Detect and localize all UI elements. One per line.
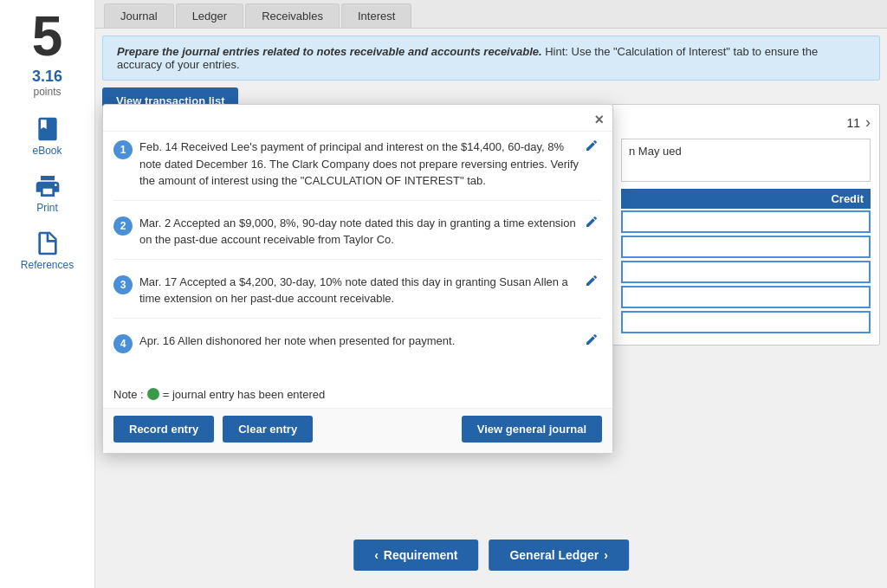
instruction-bold: Prepare the journal entries related to n… — [117, 45, 542, 58]
ebook-icon — [34, 115, 62, 143]
pencil-icon — [585, 333, 599, 346]
modal-body: 1 Feb. 14 Received Lee's payment of prin… — [103, 132, 612, 384]
edit-transaction-1-button[interactable] — [581, 139, 602, 156]
print-icon — [34, 172, 62, 200]
close-modal-button[interactable]: × — [594, 112, 604, 127]
references-nav[interactable]: References — [21, 229, 74, 271]
record-entry-button[interactable]: Record entry — [113, 416, 214, 443]
date-description-box: n May ued — [621, 139, 871, 182]
tab-receivables[interactable]: Receivables — [245, 3, 340, 28]
points-label: points — [32, 86, 62, 98]
journal-page-number: 11 — [846, 116, 860, 130]
step-number: 5 — [32, 9, 63, 64]
transaction-modal: × 1 Feb. 14 Received Lee's payment of pr… — [102, 104, 613, 454]
references-label: References — [21, 259, 74, 271]
print-label: Print — [36, 202, 58, 214]
tab-ledger[interactable]: Ledger — [176, 3, 243, 28]
general-ledger-button[interactable]: General Ledger › — [489, 540, 628, 571]
journal-input-row-4 — [621, 286, 871, 308]
green-dot-indicator — [147, 388, 159, 400]
journal-credit-input-4[interactable] — [621, 286, 871, 308]
journal-next-button[interactable]: › — [865, 113, 871, 132]
bottom-nav: ‹ Requirement General Ledger › — [353, 540, 629, 571]
list-item: 2 Mar. 2 Accepted an $9,000, 8%, 90-day … — [113, 215, 602, 260]
instruction-banner: Prepare the journal entries related to n… — [102, 36, 880, 81]
journal-credit-input-3[interactable] — [621, 261, 871, 283]
transaction-text-4: Apr. 16 Allen dishonored her note when p… — [139, 333, 581, 350]
transaction-text-2: Mar. 2 Accepted an $9,000, 8%, 90-day no… — [139, 215, 581, 249]
requirement-button[interactable]: ‹ Requirement — [353, 540, 478, 571]
journal-input-row-3 — [621, 261, 871, 283]
list-item: 1 Feb. 14 Received Lee's payment of prin… — [113, 139, 602, 201]
references-icon — [34, 229, 62, 257]
credit-column-header: Credit — [621, 189, 871, 209]
tab-journal[interactable]: Journal — [104, 3, 174, 28]
sidebar: 5 3.16 points eBook Print References — [0, 0, 95, 588]
chevron-right-icon: › — [604, 548, 608, 562]
main-content: Journal Ledger Receivables Interest Prep… — [95, 0, 887, 588]
journal-area: 11 › n May ued Credit — [612, 104, 880, 346]
view-general-journal-button[interactable]: View general journal — [462, 416, 602, 443]
journal-nav: 11 › — [621, 113, 871, 132]
item-number-3: 3 — [113, 275, 133, 294]
modal-header: × — [103, 105, 612, 132]
journal-input-row-1 — [621, 210, 871, 233]
item-number-1: 1 — [113, 140, 133, 159]
edit-transaction-3-button[interactable] — [581, 274, 602, 291]
tab-bar: Journal Ledger Receivables Interest — [95, 0, 887, 29]
chevron-left-icon: ‹ — [374, 548, 379, 562]
journal-credit-input-5[interactable] — [621, 311, 871, 333]
modal-footer: Record entry Clear entry View general jo… — [103, 408, 612, 453]
ebook-nav[interactable]: eBook — [32, 115, 62, 157]
transaction-text-1: Feb. 14 Received Lee's payment of princi… — [139, 139, 581, 190]
journal-credit-input-1[interactable] — [621, 210, 871, 233]
pencil-icon — [585, 274, 599, 288]
points-value: 3.16 — [32, 68, 62, 86]
print-nav[interactable]: Print — [34, 172, 62, 214]
clear-entry-button[interactable]: Clear entry — [223, 416, 313, 443]
pencil-icon — [585, 139, 599, 152]
pencil-icon — [585, 215, 599, 229]
item-number-4: 4 — [113, 334, 133, 353]
journal-input-row-5 — [621, 311, 871, 333]
transaction-text-3: Mar. 17 Accepted a $4,200, 30-day, 10% n… — [139, 274, 581, 307]
list-item: 4 Apr. 16 Allen dishonored her note when… — [113, 333, 602, 364]
journal-input-row-2 — [621, 236, 871, 258]
date-description-text: n May ued — [629, 145, 682, 158]
note-description: = journal entry has been entered — [163, 388, 326, 401]
note-label: Note : — [113, 388, 144, 401]
item-number-2: 2 — [113, 216, 133, 236]
general-ledger-label: General Ledger — [509, 548, 599, 562]
tab-interest[interactable]: Interest — [341, 3, 411, 28]
edit-transaction-4-button[interactable] — [581, 333, 602, 350]
note-row: Note : = journal entry has been entered — [103, 384, 612, 408]
journal-credit-input-2[interactable] — [621, 236, 871, 258]
requirement-label: Requirement — [384, 548, 458, 562]
edit-transaction-2-button[interactable] — [581, 215, 602, 232]
list-item: 3 Mar. 17 Accepted a $4,200, 30-day, 10%… — [113, 274, 602, 319]
ebook-label: eBook — [32, 145, 62, 157]
points-badge: 3.16 points — [32, 68, 62, 98]
